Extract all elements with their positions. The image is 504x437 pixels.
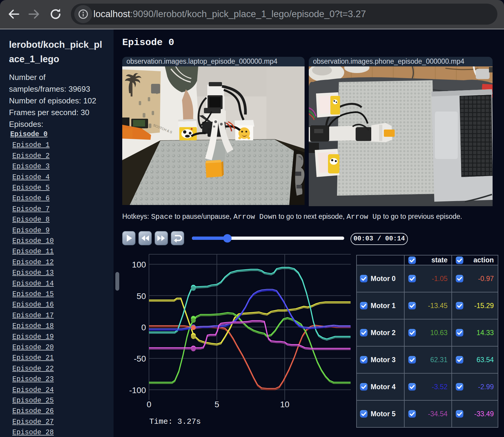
svg-text:50: 50 bbox=[137, 292, 146, 301]
svg-text:-100: -100 bbox=[129, 386, 146, 395]
svg-text:-50: -50 bbox=[134, 354, 146, 363]
svg-text:0: 0 bbox=[141, 323, 146, 332]
svg-text:10: 10 bbox=[280, 400, 289, 409]
svg-text:100: 100 bbox=[132, 260, 146, 269]
svg-text:5: 5 bbox=[214, 400, 219, 409]
svg-text:0: 0 bbox=[147, 400, 151, 409]
